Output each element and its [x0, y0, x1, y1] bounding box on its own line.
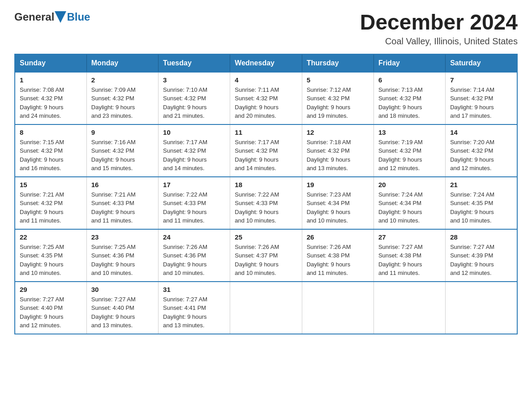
calendar-cell: 16 Sunrise: 7:21 AM Sunset: 4:33 PM Dayl…: [86, 177, 158, 229]
day-number: 18: [235, 181, 297, 188]
day-info: Sunrise: 7:24 AM Sunset: 4:34 PM Dayligh…: [378, 190, 441, 225]
logo-general-text: General: [14, 11, 54, 23]
location-title: Coal Valley, Illinois, United States: [360, 36, 518, 47]
calendar-cell: 8 Sunrise: 7:15 AM Sunset: 4:32 PM Dayli…: [15, 124, 86, 177]
svg-marker-0: [55, 11, 66, 23]
calendar-cell: 13 Sunrise: 7:19 AM Sunset: 4:32 PM Dayl…: [373, 124, 445, 177]
calendar-cell: 29 Sunrise: 7:27 AM Sunset: 4:40 PM Dayl…: [15, 282, 86, 334]
day-info: Sunrise: 7:23 AM Sunset: 4:34 PM Dayligh…: [307, 190, 369, 225]
day-number: 11: [235, 128, 297, 136]
calendar-table: SundayMondayTuesdayWednesdayThursdayFrid…: [14, 54, 518, 334]
weekday-header-thursday: Thursday: [302, 54, 373, 72]
day-info: Sunrise: 7:09 AM Sunset: 4:32 PM Dayligh…: [91, 86, 154, 120]
day-number: 1: [20, 76, 82, 84]
day-info: Sunrise: 7:11 AM Sunset: 4:32 PM Dayligh…: [235, 86, 297, 120]
day-info: Sunrise: 7:25 AM Sunset: 4:36 PM Dayligh…: [91, 243, 154, 278]
calendar-cell: 11 Sunrise: 7:17 AM Sunset: 4:32 PM Dayl…: [230, 124, 302, 177]
day-info: Sunrise: 7:12 AM Sunset: 4:32 PM Dayligh…: [307, 86, 369, 120]
logo-icon: [55, 11, 66, 23]
calendar-cell: 25 Sunrise: 7:26 AM Sunset: 4:37 PM Dayl…: [230, 229, 302, 282]
calendar-cell: 14 Sunrise: 7:20 AM Sunset: 4:32 PM Dayl…: [446, 124, 517, 177]
calendar-week-row: 8 Sunrise: 7:15 AM Sunset: 4:32 PM Dayli…: [15, 124, 517, 177]
day-info: Sunrise: 7:19 AM Sunset: 4:32 PM Dayligh…: [378, 138, 441, 173]
day-number: 9: [91, 128, 154, 136]
day-number: 25: [235, 233, 297, 241]
day-number: 30: [91, 286, 154, 293]
calendar-cell: 19 Sunrise: 7:23 AM Sunset: 4:34 PM Dayl…: [302, 177, 373, 229]
calendar-cell: 22 Sunrise: 7:25 AM Sunset: 4:35 PM Dayl…: [15, 229, 86, 282]
day-info: Sunrise: 7:10 AM Sunset: 4:32 PM Dayligh…: [163, 86, 225, 120]
day-number: 15: [20, 181, 82, 188]
calendar-cell: [373, 282, 445, 334]
calendar-cell: 2 Sunrise: 7:09 AM Sunset: 4:32 PM Dayli…: [86, 72, 158, 124]
day-number: 10: [163, 128, 225, 136]
calendar-cell: 20 Sunrise: 7:24 AM Sunset: 4:34 PM Dayl…: [373, 177, 445, 229]
day-info: Sunrise: 7:20 AM Sunset: 4:32 PM Dayligh…: [450, 138, 512, 173]
day-info: Sunrise: 7:27 AM Sunset: 4:39 PM Dayligh…: [450, 243, 512, 278]
weekday-header-saturday: Saturday: [446, 54, 517, 72]
page-header: General Blue December 2024 Coal Valley, …: [14, 11, 518, 47]
calendar-cell: 27 Sunrise: 7:27 AM Sunset: 4:38 PM Dayl…: [373, 229, 445, 282]
calendar-cell: 21 Sunrise: 7:24 AM Sunset: 4:35 PM Dayl…: [446, 177, 517, 229]
logo: General Blue: [14, 11, 90, 23]
day-info: Sunrise: 7:15 AM Sunset: 4:32 PM Dayligh…: [20, 138, 82, 173]
day-number: 12: [307, 128, 369, 136]
weekday-header-sunday: Sunday: [15, 54, 86, 72]
day-number: 13: [378, 128, 441, 136]
calendar-cell: 6 Sunrise: 7:13 AM Sunset: 4:32 PM Dayli…: [373, 72, 445, 124]
calendar-cell: 9 Sunrise: 7:16 AM Sunset: 4:32 PM Dayli…: [86, 124, 158, 177]
day-info: Sunrise: 7:14 AM Sunset: 4:32 PM Dayligh…: [450, 86, 512, 120]
logo-blue-text: Blue: [67, 11, 90, 23]
calendar-header-row: SundayMondayTuesdayWednesdayThursdayFrid…: [15, 54, 517, 72]
day-number: 2: [91, 76, 154, 84]
day-info: Sunrise: 7:24 AM Sunset: 4:35 PM Dayligh…: [450, 190, 512, 225]
calendar-cell: 30 Sunrise: 7:27 AM Sunset: 4:40 PM Dayl…: [86, 282, 158, 334]
day-number: 22: [20, 233, 82, 241]
day-info: Sunrise: 7:25 AM Sunset: 4:35 PM Dayligh…: [20, 243, 82, 278]
day-info: Sunrise: 7:13 AM Sunset: 4:32 PM Dayligh…: [378, 86, 441, 120]
month-title: December 2024: [360, 11, 518, 34]
day-number: 24: [163, 233, 225, 241]
day-info: Sunrise: 7:22 AM Sunset: 4:33 PM Dayligh…: [235, 190, 297, 225]
day-info: Sunrise: 7:26 AM Sunset: 4:36 PM Dayligh…: [163, 243, 225, 278]
calendar-cell: 1 Sunrise: 7:08 AM Sunset: 4:32 PM Dayli…: [15, 72, 86, 124]
calendar-cell: 15 Sunrise: 7:21 AM Sunset: 4:32 PM Dayl…: [15, 177, 86, 229]
day-number: 20: [378, 181, 441, 188]
day-info: Sunrise: 7:26 AM Sunset: 4:38 PM Dayligh…: [307, 243, 369, 278]
day-info: Sunrise: 7:27 AM Sunset: 4:38 PM Dayligh…: [378, 243, 441, 278]
calendar-cell: [446, 282, 517, 334]
day-number: 6: [378, 76, 441, 84]
weekday-header-wednesday: Wednesday: [230, 54, 302, 72]
day-info: Sunrise: 7:27 AM Sunset: 4:41 PM Dayligh…: [163, 295, 225, 330]
calendar-cell: [302, 282, 373, 334]
calendar-cell: 18 Sunrise: 7:22 AM Sunset: 4:33 PM Dayl…: [230, 177, 302, 229]
day-number: 26: [307, 233, 369, 241]
calendar-cell: 3 Sunrise: 7:10 AM Sunset: 4:32 PM Dayli…: [159, 72, 230, 124]
day-number: 17: [163, 181, 225, 188]
day-number: 14: [450, 128, 512, 136]
day-number: 31: [163, 286, 225, 293]
day-info: Sunrise: 7:16 AM Sunset: 4:32 PM Dayligh…: [91, 138, 154, 173]
day-number: 3: [163, 76, 225, 84]
day-info: Sunrise: 7:27 AM Sunset: 4:40 PM Dayligh…: [20, 295, 82, 330]
calendar-cell: [230, 282, 302, 334]
day-number: 7: [450, 76, 512, 84]
day-info: Sunrise: 7:27 AM Sunset: 4:40 PM Dayligh…: [91, 295, 154, 330]
weekday-header-monday: Monday: [86, 54, 158, 72]
calendar-week-row: 15 Sunrise: 7:21 AM Sunset: 4:32 PM Dayl…: [15, 177, 517, 229]
day-info: Sunrise: 7:17 AM Sunset: 4:32 PM Dayligh…: [163, 138, 225, 173]
title-block: December 2024 Coal Valley, Illinois, Uni…: [360, 11, 518, 47]
day-info: Sunrise: 7:22 AM Sunset: 4:33 PM Dayligh…: [163, 190, 225, 225]
day-info: Sunrise: 7:21 AM Sunset: 4:33 PM Dayligh…: [91, 190, 154, 225]
calendar-cell: 7 Sunrise: 7:14 AM Sunset: 4:32 PM Dayli…: [446, 72, 517, 124]
calendar-cell: 4 Sunrise: 7:11 AM Sunset: 4:32 PM Dayli…: [230, 72, 302, 124]
calendar-cell: 10 Sunrise: 7:17 AM Sunset: 4:32 PM Dayl…: [159, 124, 230, 177]
calendar-cell: 23 Sunrise: 7:25 AM Sunset: 4:36 PM Dayl…: [86, 229, 158, 282]
calendar-week-row: 22 Sunrise: 7:25 AM Sunset: 4:35 PM Dayl…: [15, 229, 517, 282]
calendar-cell: 24 Sunrise: 7:26 AM Sunset: 4:36 PM Dayl…: [159, 229, 230, 282]
calendar-cell: 26 Sunrise: 7:26 AM Sunset: 4:38 PM Dayl…: [302, 229, 373, 282]
day-number: 4: [235, 76, 297, 84]
calendar-cell: 28 Sunrise: 7:27 AM Sunset: 4:39 PM Dayl…: [446, 229, 517, 282]
weekday-header-friday: Friday: [373, 54, 445, 72]
day-info: Sunrise: 7:21 AM Sunset: 4:32 PM Dayligh…: [20, 190, 82, 225]
